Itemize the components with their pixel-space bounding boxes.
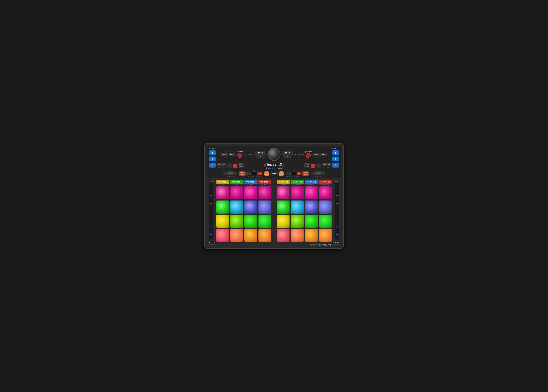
left-half-2x: 1/2X 2X IN OUT — [217, 163, 226, 168]
right-param1-slider[interactable] — [315, 172, 321, 175]
left-pad-mode-3-btn[interactable]: PAD MODE 3 — [244, 180, 257, 184]
right-pad-4[interactable] — [319, 186, 332, 199]
jog-wheel[interactable] — [267, 148, 281, 161]
right-param-fwd-btn[interactable]: ► — [321, 172, 325, 175]
left-pad-8[interactable] — [258, 201, 271, 213]
rekordbox-logo: ⚙ rekordbox — [266, 167, 276, 169]
shift-btn[interactable]: SHIFT — [271, 172, 277, 175]
right-pad-7[interactable] — [305, 201, 318, 213]
left-out-label: OUT — [222, 167, 225, 168]
left-pad-11[interactable] — [244, 215, 257, 228]
left-pad-1[interactable] — [216, 186, 229, 199]
right-pad-3[interactable] — [305, 186, 318, 199]
left-pad-10[interactable] — [230, 215, 243, 228]
int-deck4-btn[interactable]: INT DECK 4 — [279, 171, 284, 176]
slide-fx-right: SLIDE FX2 1 2 3 — [332, 148, 340, 177]
left-pad-9[interactable] — [216, 215, 229, 228]
right-pad-6[interactable] — [291, 201, 304, 213]
left-param1-slider[interactable] — [227, 172, 233, 175]
right-key-plus-btn[interactable]: + — [297, 172, 301, 175]
fx-dot-r4 — [336, 211, 339, 211]
slide-fx1-btn1[interactable]: 1 — [209, 150, 216, 155]
left-pad-mode-1-btn[interactable]: PAD MODE 1 — [216, 180, 229, 184]
right-pad-1[interactable] — [277, 186, 290, 199]
right-2x-btn[interactable]: 2X — [327, 163, 331, 166]
left-pad-mode-4-btn[interactable]: PAD MODE 4 — [258, 180, 271, 184]
right-pad-mode-1-btn[interactable]: PAD MODE 1 — [277, 180, 290, 184]
right-pad-16[interactable] — [319, 229, 332, 242]
left-key-plus-btn[interactable]: + — [258, 172, 262, 175]
left-pad-12[interactable] — [258, 215, 271, 228]
left-pad-14[interactable] — [230, 229, 243, 242]
right-quantize-btn[interactable] — [306, 153, 311, 158]
right-pad-9[interactable] — [277, 215, 290, 228]
left-key-reset-label: KEY RESET — [255, 175, 262, 177]
right-pad-mode-7-label: PAD MODE 7 — [307, 184, 315, 185]
slide-fx2-btn1[interactable]: 1 — [332, 150, 339, 155]
slide-fx2-btn3[interactable]: 3 — [332, 163, 339, 168]
left-quantize-btn[interactable] — [237, 153, 242, 158]
right-pad-15[interactable] — [305, 229, 318, 242]
right-pad-14[interactable] — [291, 229, 304, 242]
left-music-icon-btn[interactable]: ♪ — [233, 164, 237, 168]
slide-fx2-btn2[interactable]: 2 — [332, 156, 339, 161]
left-pad-2[interactable] — [230, 186, 243, 199]
right-key-minus-btn[interactable]: − — [286, 172, 290, 175]
right-pad-11[interactable] — [305, 215, 318, 228]
right-pad-mode-4-btn[interactable]: PAD MODE 4 — [319, 180, 332, 184]
fx-dot-r2 — [336, 195, 339, 196]
right-loop-section: LOOP 4 BEAT LOOP ACTIVE LOOP — [313, 151, 327, 158]
slide-fx1-btn2[interactable]: 2 — [209, 156, 216, 161]
right-active-loop-label: ACTIVE LOOP — [316, 156, 324, 158]
left-pad-mode-1: PAD MODE 1 PAD MODE 5 — [216, 180, 229, 185]
right-pad-8[interactable] — [319, 201, 332, 213]
hold-btn-right[interactable]: HOLD — [333, 241, 341, 245]
left-pad-3[interactable] — [244, 186, 257, 199]
fx-slider-right[interactable] — [335, 183, 339, 240]
right-pad-mode-8-label: PAD MODE 8 — [321, 184, 329, 185]
right-pad-2[interactable] — [291, 186, 304, 199]
left-beat-sync-btn[interactable]: BEAT SYNC — [238, 163, 243, 168]
slide-fx1-btn3[interactable]: 3 — [209, 163, 216, 168]
left-pad-16[interactable] — [258, 229, 271, 242]
left-param-fwd-btn[interactable]: ► — [233, 172, 237, 175]
left-pad-5[interactable] — [216, 201, 229, 213]
left-pad-7[interactable] — [244, 201, 257, 213]
right-play-fwd-btn[interactable]: ►| — [283, 155, 292, 158]
row1: LOOP 4 BEAT LOOP ACTIVE LOOP QUANTIZE IN… — [217, 148, 331, 161]
left-pad-6[interactable] — [230, 201, 243, 213]
left-cue-icon-btn[interactable]: 🎧 — [227, 163, 232, 168]
left-2x-btn[interactable]: 2X — [222, 163, 226, 166]
hold-btn-left[interactable]: HOLD — [207, 241, 215, 245]
right-cue-icon-btn[interactable]: 🎧 — [316, 163, 321, 168]
right-pad-5[interactable] — [277, 201, 290, 213]
right-silent-cue-btn[interactable]: SILENT CUE — [302, 171, 309, 176]
right-music-icon-btn[interactable]: ♪ — [311, 164, 315, 168]
left-key-minus-btn[interactable]: − — [247, 172, 251, 175]
model-info: DJ CONTROLLER DDJ-XP2 — [216, 244, 332, 246]
right-pad-mode-2-btn[interactable]: PAD MODE 2 — [291, 180, 304, 184]
right-pad-12[interactable] — [319, 215, 332, 228]
right-beat-loop-btn[interactable]: 4 BEAT LOOP — [313, 153, 326, 156]
right-load-btn[interactable]: LOAD — [282, 151, 293, 155]
fx-slider-left[interactable] — [209, 183, 213, 240]
right-pad-10[interactable] — [291, 215, 304, 228]
left-half-btn[interactable]: 1/2X — [217, 163, 222, 166]
left-load-btn[interactable]: LOAD — [255, 151, 266, 155]
left-param-back-btn[interactable]: ◄ — [223, 172, 227, 175]
left-pad-15[interactable] — [244, 229, 257, 242]
left-pad-mode-2-btn[interactable]: PAD MODE 2 — [230, 180, 243, 184]
right-pad-mode-3-btn[interactable]: PAD MODE 3 — [305, 180, 318, 184]
left-silent-cue-btn[interactable]: SILENT CUE — [239, 171, 246, 176]
left-active-loop-label: ACTIVE LOOP — [224, 156, 232, 158]
right-param-back-btn[interactable]: ◄ — [311, 172, 315, 175]
right-beat-sync-btn[interactable]: BEAT SYNC — [305, 163, 310, 168]
left-play-fwd-btn[interactable]: ►| — [256, 155, 265, 158]
left-pad-4[interactable] — [258, 186, 271, 199]
right-half-btn[interactable]: 1/2X — [322, 163, 327, 166]
int-deck3-btn[interactable]: INT DECK 3 — [264, 171, 269, 176]
left-beat-loop-btn[interactable]: 4 BEAT LOOP — [222, 153, 235, 156]
controller-type-label: DJ CONTROLLER — [310, 244, 322, 246]
right-pad-13[interactable] — [277, 229, 290, 242]
left-pad-13[interactable] — [216, 229, 229, 242]
